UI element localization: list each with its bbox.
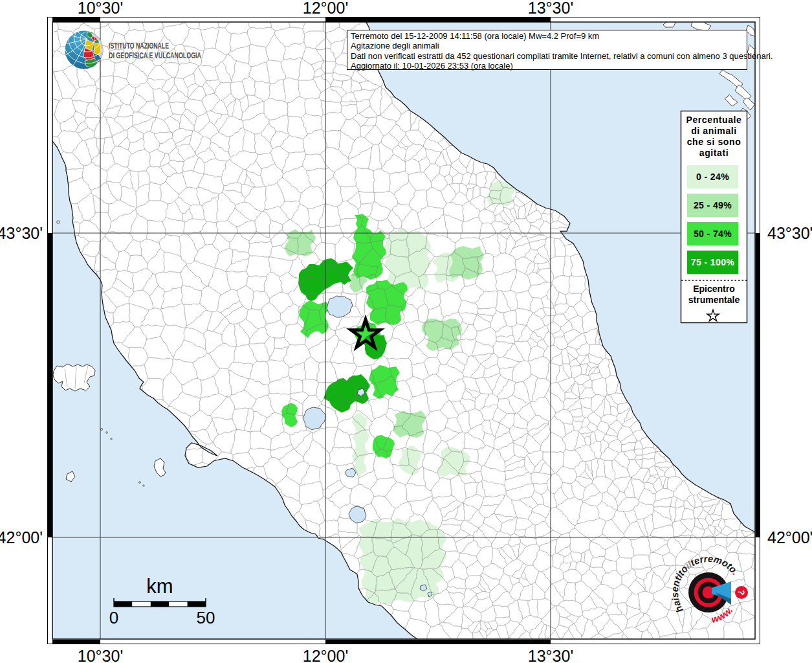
svg-text:che si sono: che si sono bbox=[687, 137, 741, 147]
svg-text:agitati: agitati bbox=[699, 148, 729, 158]
svg-text:43°30': 43°30' bbox=[0, 224, 43, 242]
svg-text:Aggiornato il: 10-01-2026 23:5: Aggiornato il: 10-01-2026 23:53 (ora loc… bbox=[351, 61, 513, 71]
svg-text:42°00': 42°00' bbox=[0, 528, 43, 546]
svg-text:75 - 100%: 75 - 100% bbox=[691, 257, 735, 267]
svg-text:km: km bbox=[146, 575, 173, 598]
svg-text:43°30': 43°30' bbox=[767, 224, 812, 242]
svg-text:12°00': 12°00' bbox=[303, 0, 348, 17]
svg-text:13°30': 13°30' bbox=[528, 0, 573, 17]
svg-text:50: 50 bbox=[197, 608, 215, 627]
svg-text:Epicentro: Epicentro bbox=[693, 284, 735, 294]
svg-text:10°30': 10°30' bbox=[78, 647, 123, 663]
svg-text:strumentale: strumentale bbox=[688, 295, 740, 305]
svg-text:di animali: di animali bbox=[691, 126, 737, 136]
svg-text:Agitazione degli animali: Agitazione degli animali bbox=[351, 41, 439, 51]
svg-text:0 - 24%: 0 - 24% bbox=[696, 172, 729, 182]
svg-text:10°30': 10°30' bbox=[78, 0, 123, 17]
svg-text:Percentuale: Percentuale bbox=[686, 115, 742, 125]
svg-text:42°00': 42°00' bbox=[767, 528, 812, 546]
svg-text:Dati non verificati estratti d: Dati non verificati estratti da 452 ques… bbox=[351, 51, 773, 61]
svg-text:?: ? bbox=[736, 589, 747, 596]
svg-text:Terremoto del 15-12-2009 14:11: Terremoto del 15-12-2009 14:11:58 (ora l… bbox=[351, 31, 599, 41]
svg-text:ISTITUTO NAZIONALE: ISTITUTO NAZIONALE bbox=[109, 41, 169, 51]
svg-text:25 - 49%: 25 - 49% bbox=[694, 200, 732, 210]
svg-text:13°30': 13°30' bbox=[528, 647, 573, 663]
svg-text:DI GEOFISICA E VULCANOLOGIA: DI GEOFISICA E VULCANOLOGIA bbox=[109, 51, 201, 60]
svg-text:50 - 74%: 50 - 74% bbox=[694, 229, 732, 239]
svg-text:12°00': 12°00' bbox=[303, 647, 348, 663]
svg-text:0: 0 bbox=[109, 608, 118, 627]
